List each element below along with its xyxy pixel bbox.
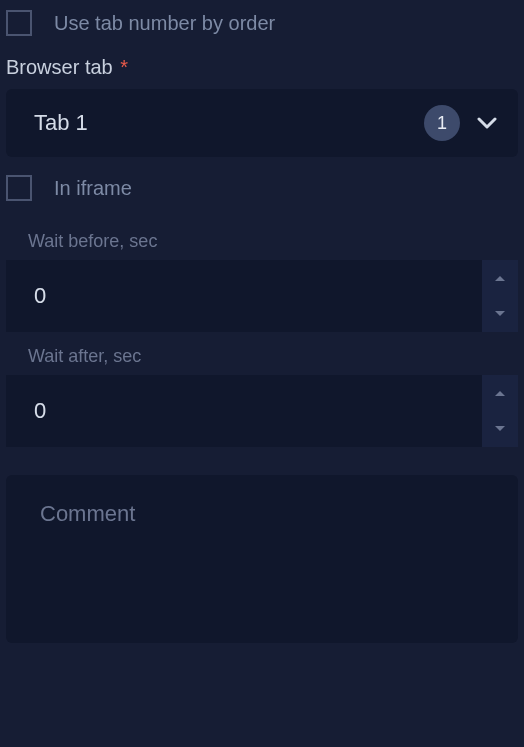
checkbox-row-use-tab-order: Use tab number by order (6, 6, 518, 56)
browser-tab-selected: Tab 1 (34, 110, 424, 136)
wait-after-input-wrap (6, 375, 518, 447)
browser-tab-dropdown[interactable]: Tab 1 1 (6, 89, 518, 157)
wait-after-increment[interactable] (482, 375, 518, 411)
wait-before-increment[interactable] (482, 260, 518, 296)
wait-after-decrement[interactable] (482, 411, 518, 447)
required-star: * (120, 56, 128, 78)
browser-tab-label: Browser tab * (6, 56, 518, 79)
wait-before-input[interactable] (6, 260, 482, 332)
browser-tab-label-text: Browser tab (6, 56, 113, 78)
wait-after-input[interactable] (6, 375, 482, 447)
comment-placeholder: Comment (40, 501, 135, 526)
chevron-down-icon (476, 112, 498, 134)
wait-after-spinner (482, 375, 518, 447)
checkbox-row-in-iframe: In iframe (6, 157, 518, 231)
checkbox-use-tab-order[interactable] (6, 10, 32, 36)
wait-before-input-wrap (6, 260, 518, 332)
checkbox-in-iframe[interactable] (6, 175, 32, 201)
wait-before-spinner (482, 260, 518, 332)
wait-before-decrement[interactable] (482, 296, 518, 332)
wait-after-label: Wait after, sec (28, 346, 518, 367)
comment-textarea[interactable]: Comment (6, 475, 518, 643)
checkbox-use-tab-order-label: Use tab number by order (54, 12, 275, 35)
checkbox-in-iframe-label: In iframe (54, 177, 132, 200)
browser-tab-badge: 1 (424, 105, 460, 141)
wait-before-label: Wait before, sec (28, 231, 518, 252)
